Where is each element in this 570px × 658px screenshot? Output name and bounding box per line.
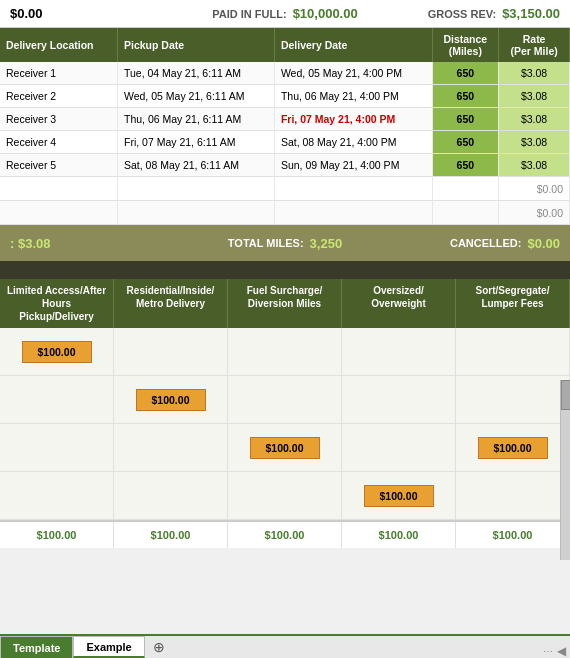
col-header-location: Delivery Location <box>0 28 117 62</box>
cell-location: Receiver 4 <box>0 131 117 154</box>
table-header-row: Delivery Location Pickup Date Delivery D… <box>0 28 570 62</box>
gross-rev-label: GROSS REV: <box>428 8 496 20</box>
total-miles-item: TOTAL MILES: 3,250 <box>193 236 376 251</box>
page-wrapper: $0.00 PAID IN FULL: $10,000.00 GROSS REV… <box>0 0 570 658</box>
tab-scroll-dots: ⋯ <box>543 646 553 657</box>
acc-chip[interactable]: $100.00 <box>136 389 206 411</box>
cancelled-value: $0.00 <box>527 236 560 251</box>
acc-row: $100.00 <box>0 472 570 520</box>
add-tab-button[interactable]: ⊕ <box>145 636 173 658</box>
cell-location: Receiver 3 <box>0 108 117 131</box>
acc-col-5: Sort/Segregate/Lumper Fees <box>456 279 570 328</box>
acc-chip[interactable]: $100.00 <box>250 437 320 459</box>
cell-rate: $3.08 <box>499 85 570 108</box>
cell-delivery: Sun, 09 May 21, 4:00 PM <box>274 154 432 177</box>
acc-chip[interactable]: $100.00 <box>478 437 548 459</box>
scrollbar-thumb[interactable] <box>561 380 570 410</box>
acc-cell <box>114 328 228 375</box>
acc-cell <box>456 328 570 375</box>
acc-row: $100.00$100.00 <box>0 424 570 472</box>
tab-example[interactable]: Example <box>73 636 144 658</box>
gross-rev-value: $3,150.00 <box>502 6 560 21</box>
acc-chip[interactable]: $100.00 <box>364 485 434 507</box>
cell-pickup: Fri, 07 May 21, 6:11 AM <box>117 131 274 154</box>
cell-pickup: Tue, 04 May 21, 6:11 AM <box>117 62 274 85</box>
paid-in-full: PAID IN FULL: $10,000.00 <box>193 6 376 21</box>
acc-total-cell: $100.00 <box>114 522 228 548</box>
acc-total-cell: $100.00 <box>456 522 570 548</box>
col-header-pickup: Pickup Date <box>117 28 274 62</box>
cell-delivery: Fri, 07 May 21, 4:00 PM <box>274 108 432 131</box>
acc-cell <box>456 376 570 423</box>
acc-cell[interactable]: $100.00 <box>0 328 114 375</box>
table-row: Receiver 3Thu, 06 May 21, 6:11 AMFri, 07… <box>0 108 570 131</box>
table-row: Receiver 4Fri, 07 May 21, 6:11 AMSat, 08… <box>0 131 570 154</box>
acc-cell[interactable]: $100.00 <box>228 424 342 471</box>
cell-rate: $3.08 <box>499 108 570 131</box>
acc-cell <box>114 424 228 471</box>
accessorial-header-row: Limited Access/After HoursPickup/Deliver… <box>0 279 570 328</box>
acc-cell <box>0 472 114 519</box>
gross-rev: GROSS REV: $3,150.00 <box>377 6 560 21</box>
cell-pickup: Thu, 06 May 21, 6:11 AM <box>117 108 274 131</box>
cell-miles: 650 <box>432 154 499 177</box>
acc-total-cell: $100.00 <box>342 522 456 548</box>
tab-scroll-controls: ⋯ ◀ <box>543 644 570 658</box>
summary-bar: $0.00 PAID IN FULL: $10,000.00 GROSS REV… <box>0 0 570 28</box>
col-header-delivery: Delivery Date <box>274 28 432 62</box>
total-miles-label: TOTAL MILES: <box>228 237 304 249</box>
acc-cell[interactable]: $100.00 <box>456 424 570 471</box>
acc-row: $100.00 <box>0 328 570 376</box>
rate-item: : $3.08 <box>10 236 193 251</box>
rate-value: : $3.08 <box>10 236 50 251</box>
delivery-table: Delivery Location Pickup Date Delivery D… <box>0 28 570 225</box>
footer-bar: : $3.08 TOTAL MILES: 3,250 CANCELLED: $0… <box>0 225 570 261</box>
table-row: Receiver 1Tue, 04 May 21, 6:11 AMWed, 05… <box>0 62 570 85</box>
cell-rate-empty: $0.00 <box>499 201 570 225</box>
cell-miles: 650 <box>432 62 499 85</box>
paid-in-full-label: PAID IN FULL: <box>212 8 286 20</box>
cell-delivery: Sat, 08 May 21, 4:00 PM <box>274 131 432 154</box>
cell-pickup: Wed, 05 May 21, 6:11 AM <box>117 85 274 108</box>
paid-in-full-value: $10,000.00 <box>293 6 358 21</box>
table-row: Receiver 2Wed, 05 May 21, 6:11 AMThu, 06… <box>0 85 570 108</box>
cell-location: Receiver 1 <box>0 62 117 85</box>
acc-col-3: Fuel Surcharge/Diversion Miles <box>228 279 342 328</box>
acc-col-1: Limited Access/After HoursPickup/Deliver… <box>0 279 114 328</box>
table-row: Receiver 5Sat, 08 May 21, 6:11 AMSun, 09… <box>0 154 570 177</box>
net-amount: $0.00 <box>10 6 193 21</box>
acc-cell <box>342 376 456 423</box>
acc-chip[interactable]: $100.00 <box>22 341 92 363</box>
cell-delivery: Thu, 06 May 21, 4:00 PM <box>274 85 432 108</box>
total-miles-value: 3,250 <box>310 236 343 251</box>
acc-cell <box>114 472 228 519</box>
acc-cell <box>342 328 456 375</box>
acc-cell[interactable]: $100.00 <box>342 472 456 519</box>
acc-total-cell: $100.00 <box>0 522 114 548</box>
col-header-miles: Distance(Miles) <box>432 28 499 62</box>
col-header-rate: Rate(Per Mile) <box>499 28 570 62</box>
accessorial-grid: $100.00$100.00$100.00$100.00$100.00 <box>0 328 570 520</box>
dark-separator <box>0 261 570 279</box>
cell-pickup: Sat, 08 May 21, 6:11 AM <box>117 154 274 177</box>
table-row-empty: $0.00 <box>0 177 570 201</box>
cancelled-label: CANCELLED: <box>450 237 522 249</box>
net-value: $0.00 <box>10 6 43 21</box>
tab-bar: Template Example ⊕ ⋯ ◀ <box>0 634 570 658</box>
acc-cell[interactable]: $100.00 <box>114 376 228 423</box>
cell-rate: $3.08 <box>499 62 570 85</box>
cell-miles: 650 <box>432 108 499 131</box>
table-row-empty: $0.00 <box>0 201 570 225</box>
acc-col-2: Residential/Inside/Metro Delivery <box>114 279 228 328</box>
cell-rate-empty: $0.00 <box>499 177 570 201</box>
acc-cell <box>228 328 342 375</box>
acc-cell <box>228 376 342 423</box>
tab-scroll-left-icon[interactable]: ◀ <box>557 644 566 658</box>
acc-row: $100.00 <box>0 376 570 424</box>
cell-miles: 650 <box>432 131 499 154</box>
cell-rate: $3.08 <box>499 154 570 177</box>
cell-location: Receiver 2 <box>0 85 117 108</box>
tab-template[interactable]: Template <box>0 636 73 658</box>
scrollbar[interactable] <box>560 380 570 560</box>
cell-location: Receiver 5 <box>0 154 117 177</box>
